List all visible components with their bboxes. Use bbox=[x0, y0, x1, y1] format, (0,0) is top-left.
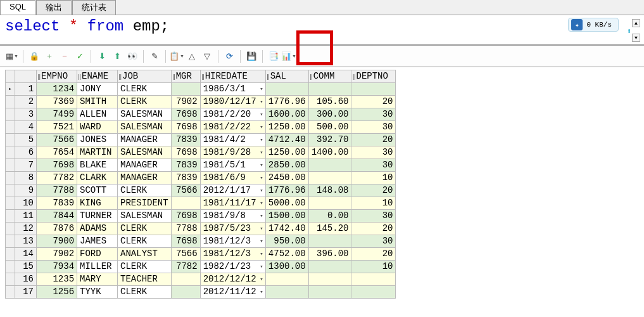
cell-deptno[interactable]: 20 bbox=[351, 248, 396, 261]
tab-sql[interactable]: SQL bbox=[0, 0, 35, 15]
commit-icon[interactable]: ✓ bbox=[73, 49, 87, 63]
cell-deptno[interactable]: 30 bbox=[351, 146, 396, 159]
cell-job[interactable]: CLERK bbox=[118, 96, 172, 108]
cell-mgr[interactable]: 7566 bbox=[171, 184, 200, 197]
cell-deptno[interactable]: 10 bbox=[351, 172, 396, 184]
filter-icon[interactable]: 📑 bbox=[267, 49, 281, 63]
table-row[interactable]: 161235MARYTEACHER2012/12/12 bbox=[6, 273, 396, 286]
cell-sal[interactable]: 950.00 bbox=[265, 235, 308, 248]
cell-comm[interactable]: 148.08 bbox=[308, 184, 351, 197]
cell-hiredate[interactable]: 1981/5/1 bbox=[200, 159, 265, 172]
cell-mgr[interactable]: 7698 bbox=[171, 146, 200, 159]
table-row[interactable]: 27369SMITHCLERK79021980/12/171776.96105.… bbox=[6, 96, 396, 108]
cell-job[interactable]: SALESMAN bbox=[118, 121, 172, 134]
cell-comm[interactable]: 300.00 bbox=[308, 108, 351, 121]
find-icon[interactable]: 👀 bbox=[125, 49, 139, 63]
cell-mgr[interactable] bbox=[171, 286, 200, 299]
cell-empno[interactable]: 7788 bbox=[37, 184, 77, 197]
cell-empno[interactable]: 7499 bbox=[37, 108, 77, 121]
table-row[interactable]: 137900JAMESCLERK76981981/12/3950.0030 bbox=[6, 235, 396, 248]
cell-mgr[interactable] bbox=[171, 83, 200, 96]
cell-hiredate[interactable]: 2012/11/12 bbox=[200, 286, 265, 299]
cell-ename[interactable]: SCOTT bbox=[77, 184, 118, 197]
cell-hiredate[interactable]: 1981/9/28 bbox=[200, 146, 265, 159]
cell-comm[interactable] bbox=[308, 197, 351, 210]
cell-empno[interactable]: 7782 bbox=[37, 172, 77, 184]
cell-job[interactable]: CLERK bbox=[118, 235, 172, 248]
cell-comm[interactable] bbox=[308, 286, 351, 299]
cell-hiredate[interactable]: 2012/12/12 bbox=[200, 273, 265, 286]
table-row[interactable]: 87782CLARKMANAGER78391981/6/92450.0010 bbox=[6, 172, 396, 184]
delete-row-icon[interactable]: − bbox=[58, 49, 72, 63]
cell-sal[interactable]: 5000.00 bbox=[265, 197, 308, 210]
cell-empno[interactable]: 7902 bbox=[37, 248, 77, 261]
cell-job[interactable]: SALESMAN bbox=[118, 108, 172, 121]
chart-icon[interactable]: 📊▼ bbox=[282, 49, 296, 63]
cell-hiredate[interactable]: 1980/12/17 bbox=[200, 96, 265, 108]
cell-deptno[interactable] bbox=[351, 83, 396, 96]
cell-mgr[interactable]: 7839 bbox=[171, 134, 200, 146]
cell-ename[interactable]: JONY bbox=[77, 83, 118, 96]
cell-mgr[interactable]: 7566 bbox=[171, 248, 200, 261]
cell-ename[interactable]: CLARK bbox=[77, 172, 118, 184]
cell-comm[interactable]: 500.00 bbox=[308, 121, 351, 134]
cell-ename[interactable]: BLAKE bbox=[77, 159, 118, 172]
table-row[interactable]: 57566JONESMANAGER78391981/4/24712.40392.… bbox=[6, 134, 396, 146]
cell-comm[interactable] bbox=[308, 159, 351, 172]
cell-ename[interactable]: MARTIN bbox=[77, 146, 118, 159]
save-icon[interactable]: 💾 bbox=[244, 49, 258, 63]
cell-mgr[interactable]: 7782 bbox=[171, 261, 200, 273]
table-row[interactable]: 107839KINGPRESIDENT1981/11/175000.0010 bbox=[6, 197, 396, 210]
cell-hiredate[interactable]: 1981/11/17 bbox=[200, 197, 265, 210]
cell-mgr[interactable]: 7698 bbox=[171, 121, 200, 134]
cell-job[interactable]: ANALYST bbox=[118, 248, 172, 261]
tab-output[interactable]: 输出 bbox=[36, 0, 72, 15]
cell-hiredate[interactable]: 1981/12/3 bbox=[200, 235, 265, 248]
cell-mgr[interactable]: 7698 bbox=[171, 210, 200, 223]
cell-hiredate[interactable]: 1981/6/9 bbox=[200, 172, 265, 184]
cell-deptno[interactable]: 10 bbox=[351, 197, 396, 210]
cell-empno[interactable]: 1256 bbox=[37, 286, 77, 299]
cell-hiredate[interactable]: 1981/12/3 bbox=[200, 248, 265, 261]
cell-ename[interactable]: ALLEN bbox=[77, 108, 118, 121]
cell-job[interactable]: MANAGER bbox=[118, 172, 172, 184]
cell-deptno[interactable]: 10 bbox=[351, 261, 396, 273]
cell-deptno[interactable]: 20 bbox=[351, 223, 396, 235]
cell-job[interactable]: CLERK bbox=[118, 83, 172, 96]
cell-comm[interactable] bbox=[308, 273, 351, 286]
scroll-down-icon[interactable]: ▼ bbox=[632, 34, 640, 42]
cell-sal[interactable]: 1250.00 bbox=[265, 121, 308, 134]
cell-mgr[interactable] bbox=[171, 197, 200, 210]
copy-icon[interactable]: 📋▼ bbox=[170, 49, 184, 63]
cell-mgr[interactable]: 7788 bbox=[171, 223, 200, 235]
cell-hiredate[interactable]: 1981/2/20 bbox=[200, 108, 265, 121]
cell-deptno[interactable]: 20 bbox=[351, 134, 396, 146]
table-row[interactable]: 117844TURNERSALESMAN76981981/9/81500.000… bbox=[6, 210, 396, 223]
cell-hiredate[interactable]: 1986/3/1 bbox=[200, 83, 265, 96]
cell-sal[interactable]: 2450.00 bbox=[265, 172, 308, 184]
cell-sal[interactable]: 1742.40 bbox=[265, 223, 308, 235]
sort-asc-icon[interactable]: △ bbox=[185, 49, 199, 63]
cell-empno[interactable]: 7369 bbox=[37, 96, 77, 108]
cell-mgr[interactable]: 7902 bbox=[171, 96, 200, 108]
cell-deptno[interactable]: 20 bbox=[351, 96, 396, 108]
fetch-down-icon[interactable]: ⬇ bbox=[95, 49, 109, 63]
edit-icon[interactable]: ✎ bbox=[148, 49, 161, 63]
col-ename[interactable]: ‖ENAME bbox=[77, 70, 118, 83]
cell-empno[interactable]: 7566 bbox=[37, 134, 77, 146]
table-row[interactable]: 97788SCOTTCLERK75662012/1/171776.96148.0… bbox=[6, 184, 396, 197]
table-row[interactable]: 77698BLAKEMANAGER78391981/5/12850.0030 bbox=[6, 159, 396, 172]
cell-empno[interactable]: 7844 bbox=[37, 210, 77, 223]
cell-mgr[interactable]: 7839 bbox=[171, 159, 200, 172]
cell-comm[interactable] bbox=[308, 261, 351, 273]
cell-hiredate[interactable]: 1987/5/23 bbox=[200, 223, 265, 235]
sql-editor[interactable]: select * from emp; ✦ 0 KB/s ▲ ▼ ⬆ ⬇ bbox=[0, 15, 644, 46]
tab-stats[interactable]: 统计表 bbox=[72, 0, 116, 15]
cell-job[interactable]: CLERK bbox=[118, 223, 172, 235]
cell-ename[interactable]: TYYK bbox=[77, 286, 118, 299]
cell-ename[interactable]: JONES bbox=[77, 134, 118, 146]
cell-empno[interactable]: 7839 bbox=[37, 197, 77, 210]
result-grid[interactable]: ‖EMPNO‖ENAME‖JOB‖MGR‖HIREDATE‖SAL‖COMM‖D… bbox=[5, 70, 396, 299]
col-sal[interactable]: ‖SAL bbox=[265, 70, 308, 83]
cell-empno[interactable]: 7654 bbox=[37, 146, 77, 159]
